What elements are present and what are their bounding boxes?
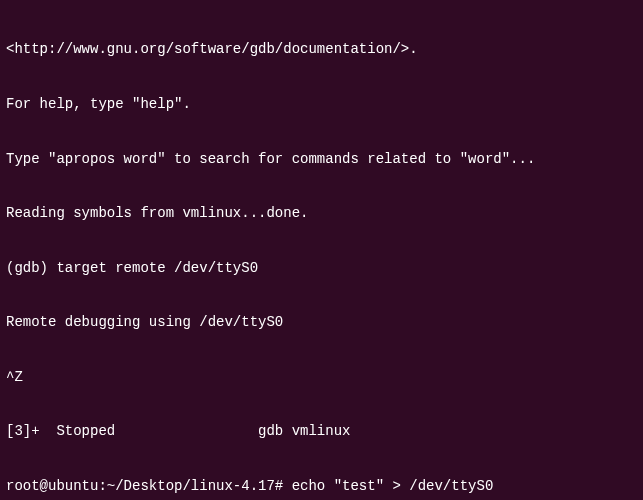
terminal-line: root@ubuntu:~/Desktop/linux-4.17# echo "… (6, 477, 637, 495)
terminal-output[interactable]: <http://www.gnu.org/software/gdb/documen… (6, 4, 637, 500)
terminal-line: For help, type "help". (6, 95, 637, 113)
terminal-line: Remote debugging using /dev/ttyS0 (6, 313, 637, 331)
terminal-line: [3]+ Stopped gdb vmlinux (6, 422, 637, 440)
terminal-line: Type "apropos word" to search for comman… (6, 150, 637, 168)
terminal-line: Reading symbols from vmlinux...done. (6, 204, 637, 222)
terminal-line: <http://www.gnu.org/software/gdb/documen… (6, 40, 637, 58)
terminal-line: (gdb) target remote /dev/ttyS0 (6, 259, 637, 277)
terminal-line: ^Z (6, 368, 637, 386)
